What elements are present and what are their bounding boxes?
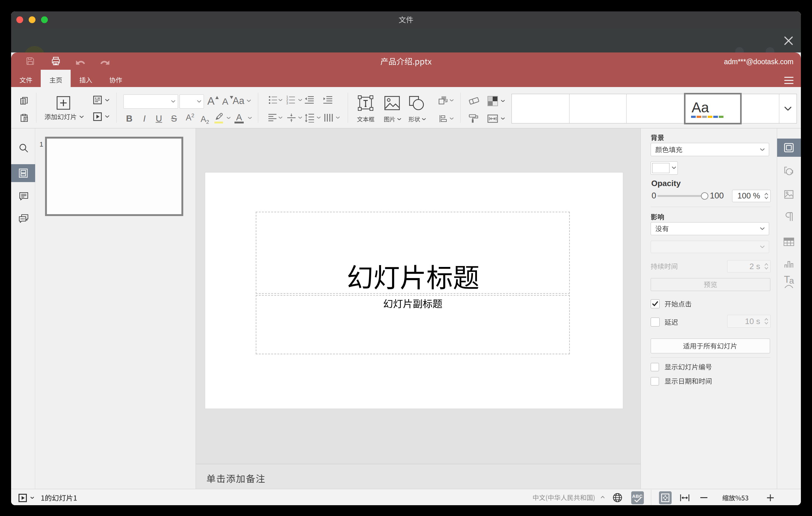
svg-text:3: 3 (286, 101, 288, 105)
